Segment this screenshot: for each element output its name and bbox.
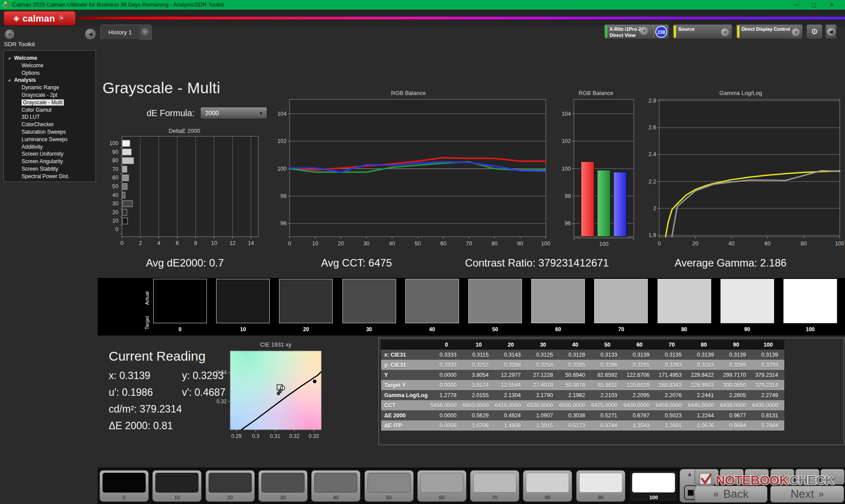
svg-text:80: 80 (112, 157, 118, 164)
pattern-button-50[interactable]: 50 (364, 470, 414, 502)
svg-text:100: 100 (109, 140, 118, 146)
tree-expanded-icon[interactable]: ◢ (8, 77, 10, 84)
gear-icon: ⚙ (811, 27, 818, 37)
de-value: 0.81 (153, 420, 173, 431)
sidebar-item-grayscale-multi[interactable]: Grayscale - Multi (4, 99, 96, 106)
pattern-swatch (579, 473, 622, 493)
pattern-swatch (632, 473, 675, 493)
target-swatch (406, 304, 459, 323)
sidebar-item-spectral-power-dist[interactable]: Spectral Power Dist. (4, 173, 96, 180)
panel-collapse-button[interactable]: ◀ (825, 24, 837, 39)
row-label: Target Y (381, 380, 430, 390)
value-cell: 0.3125 (527, 350, 559, 360)
swatch-level-label: 70 (594, 326, 648, 332)
svg-text:30: 30 (364, 241, 370, 247)
de-formula-value: 2000 (205, 110, 219, 117)
avg-de2000-stat: Avg dE2000: 0.7 (106, 257, 264, 269)
pattern-button-0[interactable]: 0 (99, 470, 149, 502)
avg-cct-stat: Avg CCT: 6475 (277, 257, 436, 269)
value-cell: 0.3285 (559, 360, 591, 370)
transport-button-3[interactable]: ▤ (745, 469, 769, 485)
de-formula-select[interactable]: 2000 ▼ (200, 107, 267, 119)
value-cell: 6445.0000 (688, 400, 720, 410)
transport-button-1[interactable]: ◼ (694, 469, 719, 485)
add-tab-button[interactable]: + (139, 25, 152, 40)
sidebar-item-saturation-sweeps[interactable]: Saturation Sweeps (4, 128, 96, 136)
transport-button-4[interactable]: ◉ (770, 469, 794, 485)
back-button[interactable]: « Back (694, 486, 768, 503)
value-cell: 0.5023 (656, 410, 688, 420)
pattern-button-100[interactable]: 100 (629, 470, 678, 502)
pattern-button-20[interactable]: 20 (206, 470, 255, 502)
pattern-button-90[interactable]: 90 (576, 470, 625, 502)
sidebar-item-screen-angularity[interactable]: Screen Angularity (4, 158, 96, 165)
svg-text:12: 12 (229, 240, 235, 246)
pattern-button-30[interactable]: 30 (258, 470, 308, 502)
source-status-stripe (674, 26, 676, 38)
sidebar-item-analysis[interactable]: ◢Analysis (4, 77, 96, 84)
minimize-button[interactable]: — (788, 0, 805, 10)
sidebar-item-dynamic-range[interactable]: Dynamic Range (4, 84, 96, 91)
sidebar-item-3d-lut[interactable]: 3D LUT (4, 113, 96, 121)
transport-button-6[interactable]: ▢ (820, 469, 845, 485)
value-cell: 1.3543 (624, 420, 656, 431)
value-cell: 299.7170 (720, 370, 752, 380)
svg-text:90: 90 (517, 241, 523, 247)
sidebar-item-welcome[interactable]: Welcome (4, 62, 96, 69)
sidebar-item-screen-stability[interactable]: Screen Stability (4, 165, 96, 173)
svg-text:40: 40 (112, 192, 118, 198)
sidebar-item-label: Saturation Sweeps (22, 129, 66, 135)
settings-button[interactable]: ⚙ (806, 24, 823, 39)
value-cell: 0.3143 (495, 350, 527, 360)
value-cell: 0.5271 (591, 410, 623, 420)
calman-menu-button[interactable]: ◈ calman ▼ (4, 11, 76, 26)
pattern-button-40[interactable]: 40 (311, 470, 360, 502)
value-cell: 0.3283 (688, 360, 720, 370)
transport-button-5[interactable]: ↻ (795, 469, 819, 485)
maximize-button[interactable]: ▢ (805, 0, 823, 10)
table-row-gamma-log-log: Gamma Log/Log1.27782.01552.13042.17902.1… (381, 390, 784, 400)
pattern-button-80[interactable]: 80 (523, 470, 572, 502)
swatch-40 (405, 279, 459, 323)
close-button[interactable]: ✕ (823, 0, 841, 10)
row-label: y: CIE31 (381, 360, 430, 370)
value-cell: 2.1962 (559, 390, 591, 400)
value-cell: 6459.0000 (656, 400, 688, 410)
svg-text:80: 80 (492, 241, 498, 247)
pattern-button-70[interactable]: 70 (470, 470, 519, 502)
transport-button-2[interactable]: ▶ (720, 469, 744, 485)
sidebar-item-additivity[interactable]: Additivity (4, 143, 96, 151)
value-cell: 6475.0000 (591, 400, 623, 410)
source-dropdown[interactable]: Source ▼ (672, 24, 732, 39)
next-button[interactable]: Next » (770, 486, 844, 503)
tree-expanded-icon[interactable]: ◢ (8, 55, 10, 62)
swatch-level-label: 0 (153, 326, 207, 332)
svg-text:0.32: 0.32 (217, 398, 227, 405)
sidebar-item-colorchecker[interactable]: ColorChecker (4, 121, 96, 128)
chevron-down-icon[interactable]: ▼ (792, 28, 800, 37)
swatch-20 (279, 279, 333, 323)
svg-text:40: 40 (728, 241, 735, 247)
sidebar-item-color-gamut[interactable]: Color Gamut (4, 106, 96, 114)
window-controls: —▢✕ (788, 0, 841, 10)
sidebar-item-welcome[interactable]: ◢Welcome (4, 55, 96, 62)
actual-swatch (532, 279, 584, 304)
calman-logo-text: calman (22, 13, 55, 24)
sidebar-item-options[interactable]: Options (4, 69, 96, 77)
chevron-down-icon[interactable]: ▼ (721, 28, 729, 37)
sidebar-item-screen-uniformity[interactable]: Screen Uniformity (4, 150, 96, 158)
sidebar-item-luminance-sweeps[interactable]: Luminance Sweeps (4, 136, 96, 143)
pattern-button-10[interactable]: 10 (152, 470, 202, 502)
value-cell: 0.3288 (495, 360, 527, 370)
meter-dropdown[interactable]: X-Rite i1Pro 2 Direct View ▼ 238 (604, 24, 669, 39)
sidebar-collapse-button[interactable]: ◀ (84, 28, 96, 40)
chevron-down-icon[interactable]: ▼ (640, 27, 648, 35)
pattern-label: 80 (523, 495, 572, 500)
tab-history-1[interactable]: History 1 (100, 25, 140, 39)
pattern-button-60[interactable]: 60 (417, 470, 467, 502)
target-row-label: Target (144, 310, 150, 336)
workspace-options-button[interactable]: ● (4, 29, 15, 40)
display-control-dropdown[interactable]: Direct Display Control ▼ (736, 24, 803, 39)
pattern-label: 20 (206, 495, 254, 500)
sidebar-item-grayscale-2pt[interactable]: Grayscale - 2pt (4, 91, 96, 99)
